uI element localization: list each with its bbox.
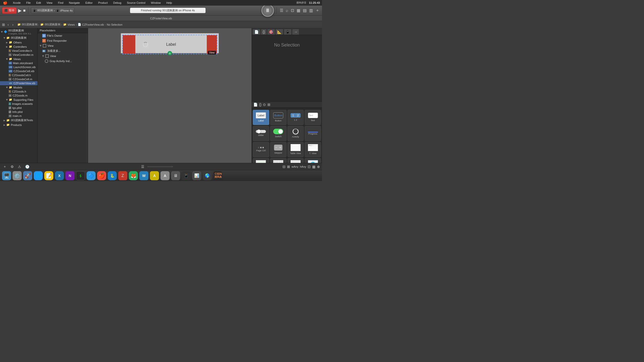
dock-pythonista[interactable]: 🐍 xyxy=(108,171,117,180)
dock-app4[interactable]: 🖥 xyxy=(171,171,180,180)
xib-first-responder[interactable]: F First Responder xyxy=(38,38,88,43)
run-button[interactable]: ▶ xyxy=(18,8,22,13)
layout2-icon[interactable]: ▤ xyxy=(302,8,307,13)
dock-app1[interactable]: 🔷 xyxy=(87,171,96,180)
sidebar-item-launchscreen[interactable]: xib LaunchScreen.xib xyxy=(0,65,37,69)
panel-icon-code[interactable]: {} xyxy=(259,103,261,107)
menu-debug[interactable]: Debug xyxy=(112,1,122,4)
dock-word[interactable]: W xyxy=(139,171,148,180)
dock-csdn[interactable]: CSDN 清风鱼 xyxy=(213,171,222,180)
dock-xcode[interactable]: X xyxy=(55,171,64,180)
obj-stepper[interactable]: − + Stepper xyxy=(270,142,287,157)
obj-spinner[interactable]: Activity xyxy=(288,126,304,141)
xib-activity-indicator[interactable]: Gray Activity Ind... xyxy=(38,59,88,64)
obj-imageview[interactable]: 🏔️ Image View xyxy=(253,158,269,163)
obj-slider[interactable]: Slider xyxy=(253,126,269,141)
sidebar-item-images-xcassets[interactable]: A Images.xcassets xyxy=(0,102,37,106)
dock-app6[interactable]: 📊 xyxy=(192,171,201,180)
dock-syspreferences[interactable]: ⚙️ xyxy=(13,171,22,180)
menu-product[interactable]: Product xyxy=(97,1,109,4)
sidebar-item-others[interactable]: ▶ 📁 Others xyxy=(0,40,37,44)
obj-pagecontrol[interactable]: Page Ctrl xyxy=(253,142,269,157)
filter-bottom-button[interactable]: ⚙ xyxy=(10,164,15,169)
sidebar-item-viewcontroller-h[interactable]: h ViewController.h xyxy=(0,49,37,53)
menu-source-control[interactable]: Source Control xyxy=(126,1,146,4)
forward-button[interactable]: › xyxy=(11,22,15,27)
breadcrumb-item-1[interactable]: 📁 001团购案例 xyxy=(17,23,37,26)
xib-canvas[interactable]: ··· Label + View xyxy=(88,28,252,163)
stop-button[interactable]: ⬛ 暂停 xyxy=(2,7,17,14)
input-method[interactable]: 搜狗拼音 xyxy=(296,1,306,5)
obj-button[interactable]: Button Button xyxy=(270,110,287,125)
sidebar-item-views[interactable]: ▶ 📁 Views xyxy=(0,57,37,61)
canvas-view-element[interactable]: ··· Label + View xyxy=(121,33,219,53)
obj-tableview[interactable]: Table View xyxy=(288,142,304,157)
breadcrumb-item-5[interactable]: No Selection xyxy=(107,23,123,26)
circle-layout-icon[interactable]: ⊕ xyxy=(317,165,320,169)
obj-webview[interactable]: 🌐 Web View xyxy=(305,158,321,163)
clock-bottom-button[interactable]: 🕐 xyxy=(24,164,30,169)
menu-navigate[interactable]: Navigate xyxy=(68,1,81,4)
dock-launchpad[interactable]: 🚀 xyxy=(23,171,32,180)
add-panel-icon[interactable]: ＋ xyxy=(315,7,320,14)
layout-icon[interactable]: ▦ xyxy=(296,8,301,13)
dock-font-a1[interactable]: A xyxy=(150,171,159,180)
menu-find[interactable]: Find xyxy=(57,1,64,4)
stop-square-button[interactable]: ■ xyxy=(23,8,26,13)
dock-app3[interactable]: 🦊 xyxy=(129,171,138,180)
sidebar-item-czfooterview-xib[interactable]: xib CZFooterView.xib xyxy=(0,81,37,85)
menu-file[interactable]: File xyxy=(25,1,32,4)
sidebar-item-main-group[interactable]: ▶ 📁 001团购案例 xyxy=(0,35,37,40)
obj-tableview-alt[interactable]: Jan 1 ... T. View xyxy=(305,142,321,157)
sidebar-item-controllers[interactable]: ▶ 📁 Controllers xyxy=(0,44,37,49)
sidebar-item-czgoodscell-h[interactable]: h CZGoodsCell.h xyxy=(0,73,37,77)
dock-font-a2[interactable]: A xyxy=(160,171,170,180)
obj-toggle[interactable]: Switch xyxy=(270,126,287,141)
sidebar-item-czgoods-m[interactable]: m CZGoods.m xyxy=(0,94,37,98)
menu-edit[interactable]: Edit xyxy=(35,1,42,4)
xib-files-owner[interactable]: F File's Owner xyxy=(38,33,88,38)
sidebar-item-czgoods-h[interactable]: h CZGoods.h xyxy=(0,89,37,94)
tab-quick-help[interactable]: {} xyxy=(261,29,266,35)
menu-editor[interactable]: Editor xyxy=(84,1,94,4)
add-bottom-button[interactable]: ＋ xyxy=(2,164,8,169)
zoom-icon[interactable]: ⊡ xyxy=(308,165,311,169)
grid-icon[interactable]: ⊞ xyxy=(2,23,5,27)
sidebar-item-czgoodscell-xib[interactable]: xib CZGoodsCell.xib xyxy=(0,69,37,73)
tab-size-inspector[interactable]: 📱 xyxy=(284,29,291,35)
canvas-left-view[interactable] xyxy=(123,35,135,54)
sidebar-item-viewcontroller-m[interactable]: m ViewController.m xyxy=(0,53,37,57)
xib-view-child[interactable]: ▶ View xyxy=(38,54,88,59)
dock-onenote[interactable]: N xyxy=(65,171,74,180)
breadcrumb-item-2[interactable]: 📁 001团购案例 xyxy=(40,23,60,26)
sidebar-item-tgs-plist[interactable]: pl tgs.plist xyxy=(0,106,37,110)
dock-app5[interactable]: 📱 xyxy=(182,171,191,180)
obj-label[interactable]: Label Label xyxy=(253,110,269,125)
sidebar-item-main-m[interactable]: m main.m xyxy=(0,114,37,118)
frame-icon[interactable]: ⊟ xyxy=(283,165,286,169)
menu-help[interactable]: Help xyxy=(165,1,173,4)
dock-finder[interactable]: 🖥️ xyxy=(2,171,11,180)
tab-identity-inspector[interactable]: 🎯 xyxy=(267,29,275,35)
group-icon[interactable]: ⊠ xyxy=(287,165,290,169)
bottom-layout-button[interactable]: ☰ xyxy=(140,164,145,169)
breadcrumb-item-3[interactable]: 📁 Views xyxy=(63,23,75,26)
tab-connections-inspector[interactable]: → xyxy=(292,29,299,35)
sidebar-item-czgoodscell-m[interactable]: m CZGoodsCell.m xyxy=(0,77,37,81)
scheme-selector[interactable]: 📱 001团购案例 › 📱 iPhone 4s xyxy=(31,7,74,14)
xib-label-jiazai[interactable]: B 加载更多... xyxy=(38,48,88,54)
panel-icon-attr[interactable]: ⊞ xyxy=(267,103,270,107)
sidebar-item-models[interactable]: ▶ 📁 Models xyxy=(0,85,37,89)
layout3-icon[interactable]: ▥ xyxy=(309,8,313,13)
debug-toggle-icon[interactable]: ⌕ xyxy=(285,8,289,13)
tab-file-inspector[interactable]: 📄 xyxy=(253,29,260,35)
tab-attributes-inspector[interactable]: 📐 xyxy=(276,29,283,35)
back-button[interactable]: ‹ xyxy=(7,22,10,27)
obj-collectionview[interactable]: Coll. View xyxy=(270,158,287,163)
obj-textfield[interactable]: Text Text xyxy=(305,110,321,125)
sidebar-item-supporting-files[interactable]: ▶ 📁 Supporting Files xyxy=(0,98,37,102)
layout-toggle-icon[interactable]: ▦ xyxy=(312,165,315,169)
navigator-toggle-icon[interactable]: ☰ xyxy=(279,8,284,13)
warning-button[interactable]: ⚠ xyxy=(17,164,22,169)
obj-segmented[interactable]: 1 2 1 2 xyxy=(288,110,304,125)
